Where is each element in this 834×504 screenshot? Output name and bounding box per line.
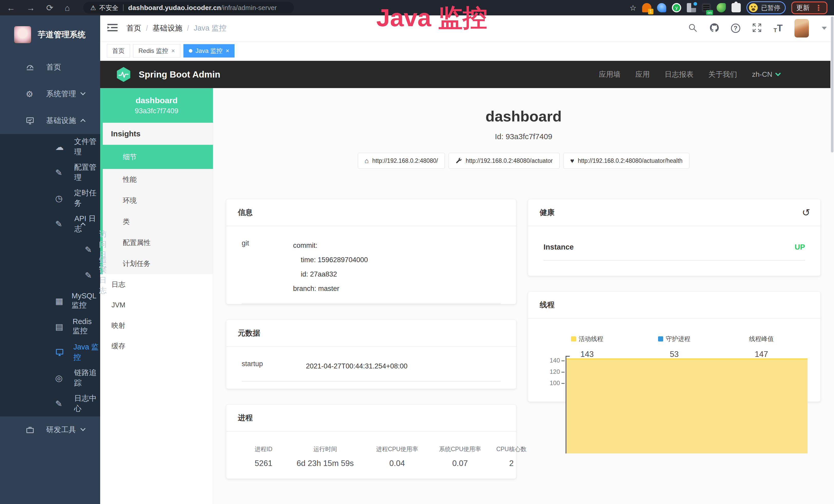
sidebar-item-error-logs[interactable]: ✎ 错误日志 [0, 262, 100, 288]
extension-pin-icon[interactable] [657, 3, 666, 12]
breadcrumb-current: Java 监控 [194, 23, 226, 33]
metadata-card: 元数据 startup 2021-04-27T00:44:31.254+08:0… [226, 320, 516, 389]
log-icon: ✎ [55, 399, 67, 409]
bookmark-star-icon[interactable]: ☆ [630, 3, 636, 12]
insights-item-details[interactable]: 细节 [103, 145, 213, 169]
security-label[interactable]: 不安全 [99, 4, 118, 12]
chart-plot-area [566, 356, 808, 453]
process-header: CPU核心数 [491, 445, 532, 453]
reload-icon[interactable]: ⟳ [46, 4, 53, 12]
instance-header[interactable]: dashboard 93a3fc7f7409 [100, 88, 213, 123]
sidebar-item-home[interactable]: 首页 [0, 54, 100, 81]
history-icon[interactable]: ↺ [802, 207, 810, 218]
sidebar-item-label: 文件管理 [74, 137, 101, 157]
close-icon[interactable]: × [171, 47, 175, 54]
sba-nav-about[interactable]: 关于我们 [708, 70, 737, 79]
sidebar-item-scheduled-tasks[interactable]: ◷ 定时任务 [0, 185, 100, 211]
breadcrumb-home[interactable]: 首页 [126, 23, 141, 33]
edit-icon: ✎ [55, 168, 67, 178]
sidebar-item-label: 基础设施 [46, 116, 76, 126]
page-scrollbar[interactable] [830, 16, 834, 504]
insights-item-config-props[interactable]: 配置属性 [103, 232, 213, 253]
close-icon[interactable]: × [225, 47, 229, 54]
paused-label: 已暂停 [761, 4, 780, 12]
extensions-puzzle-icon[interactable] [731, 3, 741, 12]
sidebar-item-mysql-monitor[interactable]: ▦ MySQL 监控 [0, 288, 100, 314]
spring-boot-admin-logo [115, 67, 132, 83]
sidebar-item-api-logs[interactable]: ✎ API 日志 [0, 211, 100, 237]
sba-nav-wallboard[interactable]: 应用墙 [599, 70, 620, 79]
extension-switch-icon[interactable]: on [702, 3, 711, 12]
sidebar-item-label: 系统管理 [46, 89, 76, 99]
user-avatar[interactable] [794, 19, 809, 38]
search-icon[interactable] [688, 23, 698, 33]
sba-nav-applications[interactable]: 应用 [635, 70, 650, 79]
sidebar-item-file-management[interactable]: ☁ 文件管理 [0, 134, 100, 160]
sidebar-item-java-monitor[interactable]: Java 监控 [0, 339, 100, 365]
threads-legend: 活动线程 143 守护进程 [544, 335, 805, 359]
sidebar-item-dev-tools[interactable]: 研发工具 [0, 416, 100, 443]
tab-java-monitor[interactable]: Java 监控 × [183, 44, 235, 58]
sidebar-item-label: Java 监控 [73, 342, 100, 363]
sba-brand[interactable]: Spring Boot Admin [139, 69, 220, 79]
sba-locale-label: zh-CN [752, 70, 772, 78]
tab-redis-monitor[interactable]: Redis 监控 × [133, 44, 180, 58]
sidebar-item-mappings[interactable]: 映射 [100, 315, 213, 336]
sidebar-item-label: API 日志 [74, 214, 100, 234]
legend-peak-threads: 线程峰值 147 [718, 335, 805, 359]
instance-id: 93a3fc7f7409 [100, 107, 213, 115]
sidebar-item-system[interactable]: ⚙ 系统管理 [0, 81, 100, 107]
tab-home[interactable]: 首页 [107, 44, 130, 58]
extension-y-icon[interactable]: y [672, 3, 681, 12]
chrome-update-button[interactable]: 更新 ⋮ [791, 2, 827, 14]
url-bar[interactable]: ⚠ 不安全 dashboard.yudao.iocoder.cn /infra/… [83, 2, 294, 14]
threads-card-title: 线程 [540, 300, 554, 310]
browser-menu-icon[interactable]: ⋮ [815, 3, 822, 12]
sidebar-item-jvm[interactable]: JVM [100, 295, 213, 315]
service-url-button[interactable]: ⌂ http://192.168.0.2:48080/ [358, 153, 445, 169]
help-icon[interactable]: ? [731, 24, 740, 33]
insights-item-environment[interactable]: 环境 [103, 190, 213, 211]
user-menu-caret-icon[interactable] [822, 27, 827, 30]
home-icon[interactable]: ⌂ [65, 4, 70, 12]
sidebar-item-access-logs[interactable]: ✎ 访问日志 [0, 237, 100, 262]
actuator-url-button[interactable]: http://192.168.0.2:48080/actuator [448, 153, 560, 169]
forward-icon[interactable]: → [26, 4, 35, 12]
insights-item-metrics[interactable]: 性能 [103, 169, 213, 190]
process-card-title: 进程 [238, 413, 253, 423]
extension-y-letter: y [673, 4, 680, 11]
process-header: 进程ID [242, 445, 285, 453]
sba-nav-journal[interactable]: 日志报表 [665, 70, 694, 79]
app-logo-row[interactable]: 芋道管理系统 [0, 16, 100, 54]
profile-paused-pill[interactable]: 已暂停 [746, 1, 786, 14]
breadcrumb-infrastructure[interactable]: 基础设施 [153, 23, 182, 33]
hamburger-icon[interactable] [107, 23, 118, 33]
extension-icon[interactable]: 1 [642, 3, 651, 12]
github-icon[interactable] [709, 23, 719, 33]
sidebar-item-tracing[interactable]: ◎ 链路追踪 [0, 365, 100, 391]
insights-item-scheduled[interactable]: 计划任务 [103, 253, 213, 274]
sidebar-item-log-center[interactable]: ✎ 日志中心 [0, 391, 100, 416]
process-value-row: 5261 6d 23h 15m 59s 0.04 0.07 2 [242, 459, 501, 468]
font-size-icon[interactable]: TT [774, 23, 783, 33]
sba-locale-select[interactable]: zh-CN [752, 70, 780, 78]
health-url-button[interactable]: ♥ http://192.168.0.2:48080/actuator/heal… [563, 153, 689, 169]
insights-item-classes[interactable]: 类 [103, 211, 213, 232]
sidebar-item-config-management[interactable]: ✎ 配置管理 [0, 160, 100, 185]
scrollbar-thumb[interactable] [831, 17, 833, 153]
process-pid: 5261 [242, 459, 285, 468]
health-row-instance: Instance UP [544, 233, 805, 260]
process-header-row: 进程ID 运行时间 进程CPU使用率 系统CPU使用率 CPU核心数 [242, 445, 501, 453]
metadata-key: startup [242, 359, 306, 373]
back-icon[interactable]: ← [7, 4, 15, 12]
app-title: 芋道管理系统 [38, 29, 86, 40]
fullscreen-icon[interactable] [752, 23, 762, 33]
extension-on-badge: on [706, 10, 713, 15]
extension-leaf-icon[interactable] [717, 3, 726, 12]
breadcrumb: 首页 / 基础设施 / Java 监控 [126, 23, 226, 33]
sidebar-item-caches[interactable]: 缓存 [100, 336, 213, 357]
sidebar-item-redis-monitor[interactable]: ▤ Redis 监控 [0, 314, 100, 339]
sidebar-item-infrastructure[interactable]: 基础设施 [0, 107, 100, 134]
sidebar-item-logs[interactable]: 日志 [100, 274, 213, 295]
extension-grid-icon[interactable] [687, 3, 696, 12]
